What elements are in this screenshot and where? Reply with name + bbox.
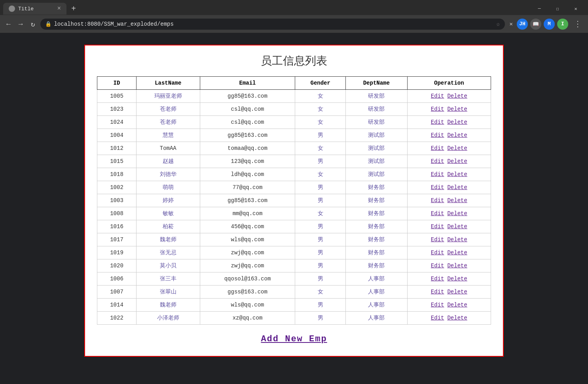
cell-lastname: 赵越 xyxy=(137,155,200,168)
delete-link[interactable]: Delete xyxy=(447,119,467,125)
delete-link[interactable]: Delete xyxy=(447,184,467,191)
back-button[interactable]: ← xyxy=(4,19,13,29)
edit-link[interactable]: Edit xyxy=(431,145,444,151)
cell-gender: 女 xyxy=(295,90,345,103)
edit-link[interactable]: Edit xyxy=(431,263,444,269)
cell-gender: 女 xyxy=(295,207,345,220)
table-row: 1020莫小贝zwj@qq.com男财务部EditDelete xyxy=(97,259,491,272)
cell-lastname: 张三丰 xyxy=(137,272,200,286)
edit-link[interactable]: Edit xyxy=(431,289,444,295)
delete-link[interactable]: Delete xyxy=(447,302,467,308)
table-row: 1005玛丽亚老师gg85@163.com女研发部EditDelete xyxy=(97,90,491,103)
bookmark-icon[interactable]: ☆ xyxy=(496,20,500,28)
cell-operation: EditDelete xyxy=(407,207,491,220)
delete-link[interactable]: Delete xyxy=(447,93,467,99)
page-title: 员工信息列表 xyxy=(97,53,491,68)
edit-link[interactable]: Edit xyxy=(431,106,444,112)
edit-link[interactable]: Edit xyxy=(431,158,444,165)
col-header-email: Email xyxy=(200,77,295,90)
cell-lastname: 莫小贝 xyxy=(137,259,200,272)
table-row: 1007张翠山ggss@163.com女人事部EditDelete xyxy=(97,286,491,299)
cell-operation: EditDelete xyxy=(407,155,491,168)
delete-link[interactable]: Delete xyxy=(447,210,467,217)
cell-gender: 女 xyxy=(295,103,345,116)
delete-link[interactable]: Delete xyxy=(447,197,467,204)
cell-operation: EditDelete xyxy=(407,90,491,103)
forward-button[interactable]: → xyxy=(16,19,25,29)
edit-link[interactable]: Edit xyxy=(431,119,444,125)
edit-link[interactable]: Edit xyxy=(431,315,444,321)
cell-email: gg85@163.com xyxy=(200,129,295,142)
delete-link[interactable]: Delete xyxy=(447,250,467,256)
delete-link[interactable]: Delete xyxy=(447,263,467,269)
close-x-icon[interactable]: ✕ xyxy=(508,19,514,29)
cell-gender: 女 xyxy=(295,142,345,155)
cell-deptname: 测试部 xyxy=(345,129,407,142)
table-row: 1006张三丰qqosol@163.com男人事部EditDelete xyxy=(97,272,491,286)
tab-close-button[interactable]: × xyxy=(57,5,61,12)
cell-gender: 男 xyxy=(295,272,345,286)
edit-link[interactable]: Edit xyxy=(431,184,444,191)
edit-link[interactable]: Edit xyxy=(431,132,444,138)
cell-deptname: 研发部 xyxy=(345,90,407,103)
address-box[interactable]: 🔒 localhost:8080/SSM_war_exploded/emps ☆ xyxy=(40,19,505,30)
delete-link[interactable]: Delete xyxy=(447,132,467,138)
edit-link[interactable]: Edit xyxy=(431,197,444,204)
delete-link[interactable]: Delete xyxy=(447,236,467,243)
table-row: 1012TomAAtomaa@qq.com女测试部EditDelete xyxy=(97,142,491,155)
col-header-operation: Operation xyxy=(407,77,491,90)
delete-link[interactable]: Delete xyxy=(447,158,467,165)
cell-gender: 男 xyxy=(295,194,345,207)
edit-link[interactable]: Edit xyxy=(431,171,444,178)
cell-id: 1005 xyxy=(97,90,137,103)
cell-gender: 男 xyxy=(295,155,345,168)
delete-link[interactable]: Delete xyxy=(447,106,467,112)
edit-link[interactable]: Edit xyxy=(431,236,444,243)
cell-deptname: 财务部 xyxy=(345,207,407,220)
new-tab-button[interactable]: + xyxy=(68,3,79,15)
tab-bar: Title × + — ☐ ✕ xyxy=(0,0,588,15)
cell-deptname: 人事部 xyxy=(345,299,407,312)
delete-link[interactable]: Delete xyxy=(447,289,467,295)
cell-operation: EditDelete xyxy=(407,116,491,129)
ext-icon-user[interactable]: I xyxy=(557,19,568,30)
edit-link[interactable]: Edit xyxy=(431,250,444,256)
edit-link[interactable]: Edit xyxy=(431,93,444,99)
maximize-button[interactable]: ☐ xyxy=(548,2,567,15)
cell-operation: EditDelete xyxy=(407,181,491,194)
close-window-button[interactable]: ✕ xyxy=(567,2,585,15)
cell-id: 1007 xyxy=(97,286,137,299)
browser-menu-button[interactable]: ⋮ xyxy=(571,17,584,30)
ext-icon-book[interactable]: 📖 xyxy=(530,19,541,30)
cell-id: 1016 xyxy=(97,220,137,233)
add-new-emp-link[interactable]: Add New Emp xyxy=(261,334,327,344)
delete-link[interactable]: Delete xyxy=(447,145,467,151)
browser-chrome: Title × + — ☐ ✕ ← → ↻ 🔒 localhost:8080/S… xyxy=(0,0,588,33)
ext-icon-ms[interactable]: M xyxy=(544,19,555,30)
edit-link[interactable]: Edit xyxy=(431,210,444,217)
table-row: 1016柏菘456@qq.com男财务部EditDelete xyxy=(97,220,491,233)
ext-icon-jh[interactable]: JH xyxy=(517,19,528,30)
delete-link[interactable]: Delete xyxy=(447,223,467,230)
active-tab[interactable]: Title × xyxy=(3,3,66,15)
col-header-deptname: DeptName xyxy=(345,77,407,90)
cell-deptname: 财务部 xyxy=(345,233,407,246)
cell-gender: 女 xyxy=(295,116,345,129)
cell-operation: EditDelete xyxy=(407,220,491,233)
cell-id: 1004 xyxy=(97,129,137,142)
delete-link[interactable]: Delete xyxy=(447,276,467,282)
edit-link[interactable]: Edit xyxy=(431,276,444,282)
cell-deptname: 财务部 xyxy=(345,181,407,194)
cell-operation: EditDelete xyxy=(407,246,491,259)
cell-gender: 男 xyxy=(295,233,345,246)
edit-link[interactable]: Edit xyxy=(431,302,444,308)
minimize-button[interactable]: — xyxy=(530,2,548,15)
cell-email: wls@qq.com xyxy=(200,299,295,312)
cell-email: qqosol@163.com xyxy=(200,272,295,286)
delete-link[interactable]: Delete xyxy=(447,171,467,178)
delete-link[interactable]: Delete xyxy=(447,315,467,321)
refresh-button[interactable]: ↻ xyxy=(28,19,38,29)
edit-link[interactable]: Edit xyxy=(431,223,444,230)
cell-email: wls@qq.com xyxy=(200,233,295,246)
cell-gender: 男 xyxy=(295,246,345,259)
